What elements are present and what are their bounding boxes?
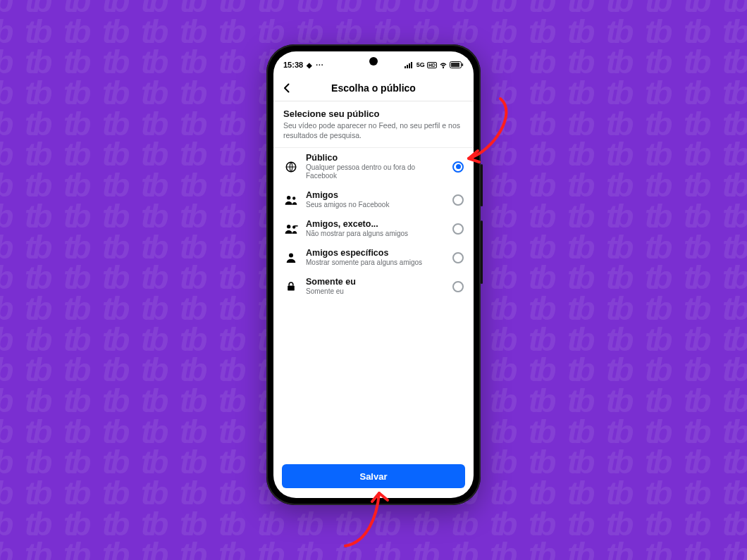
option-label: Amigos específicos <box>306 248 445 259</box>
wifi-icon <box>439 61 447 68</box>
globe-icon <box>283 161 299 173</box>
intro-section: Selecione seu público Seu vídeo pode apa… <box>273 101 474 148</box>
radio-unselected[interactable] <box>452 252 464 263</box>
option-description: Não mostrar para alguns amigos <box>306 230 445 238</box>
svg-rect-3 <box>411 62 412 68</box>
radio-unselected[interactable] <box>452 281 464 292</box>
radio-unselected[interactable] <box>452 223 464 235</box>
option-label: Amigos, exceto... <box>306 219 445 230</box>
radio-unselected[interactable] <box>452 194 464 206</box>
option-description: Somente eu <box>306 287 445 296</box>
radio-selected[interactable] <box>452 161 464 173</box>
status-left: 15:38 ◆ ··· <box>283 61 323 69</box>
audience-option-specific-friends[interactable]: Amigos específicos Mostrar somente para … <box>273 243 474 272</box>
audience-option-public[interactable]: Público Qualquer pessoa dentro ou fora d… <box>273 148 474 185</box>
page-background: tbtbtbtbtbtbtbtbtbtbtbtbtbtbtbtbtbtbtbtb… <box>0 0 747 560</box>
phone-frame: 15:38 ◆ ··· 5G HD <box>266 44 481 505</box>
network-label: 5G <box>416 61 425 68</box>
audience-options-list: Público Qualquer pessoa dentro ou fora d… <box>273 148 474 457</box>
svg-point-4 <box>443 66 444 68</box>
save-button-label: Salvar <box>359 471 387 482</box>
option-label: Público <box>306 153 445 163</box>
status-right: 5G HD <box>405 61 464 68</box>
back-button[interactable] <box>273 75 300 101</box>
specific-friend-icon <box>283 252 299 263</box>
svg-rect-1 <box>407 65 408 68</box>
option-description: Mostrar somente para alguns amigos <box>306 259 445 267</box>
status-dot-icon: ◆ <box>307 61 312 69</box>
svg-rect-2 <box>409 63 410 68</box>
audience-option-only-me[interactable]: Somente eu Somente eu <box>273 272 474 301</box>
svg-point-10 <box>292 197 295 199</box>
hd-badge-icon: HD <box>427 62 437 68</box>
option-label: Amigos <box>306 190 445 201</box>
phone-camera-dot <box>369 57 378 66</box>
option-label: Somente eu <box>306 277 445 287</box>
save-section: Salvar <box>273 457 474 498</box>
option-description: Qualquer pessoa dentro ou fora do Facebo… <box>306 163 445 180</box>
battery-icon <box>450 61 464 68</box>
intro-subtitle: Seu vídeo pode aparecer no Feed, no seu … <box>283 120 464 140</box>
svg-point-9 <box>287 196 290 199</box>
svg-rect-6 <box>462 63 464 66</box>
signal-icon <box>405 61 414 68</box>
lock-icon <box>283 281 299 292</box>
svg-point-14 <box>289 253 293 257</box>
audience-option-friends[interactable]: Amigos Seus amigos no Facebook <box>273 185 474 214</box>
status-time: 15:38 <box>283 61 303 69</box>
chevron-left-icon <box>281 82 292 94</box>
audience-option-friends-except[interactable]: Amigos, exceto... Não mostrar para algun… <box>273 214 474 243</box>
save-button[interactable]: Salvar <box>282 464 465 488</box>
svg-rect-15 <box>288 285 295 290</box>
friends-icon <box>283 194 299 206</box>
intro-title: Selecione seu público <box>283 108 464 119</box>
svg-rect-0 <box>405 66 406 68</box>
friends-except-icon <box>283 223 299 235</box>
svg-rect-7 <box>451 63 459 67</box>
header-title: Escolha o público <box>273 82 474 94</box>
phone-screen: 15:38 ◆ ··· 5G HD <box>273 51 474 498</box>
option-description: Seus amigos no Facebook <box>306 201 445 209</box>
svg-point-11 <box>287 225 290 228</box>
status-more-icon: ··· <box>316 61 323 69</box>
app-header: Escolha o público <box>273 75 474 101</box>
svg-rect-13 <box>295 225 298 227</box>
